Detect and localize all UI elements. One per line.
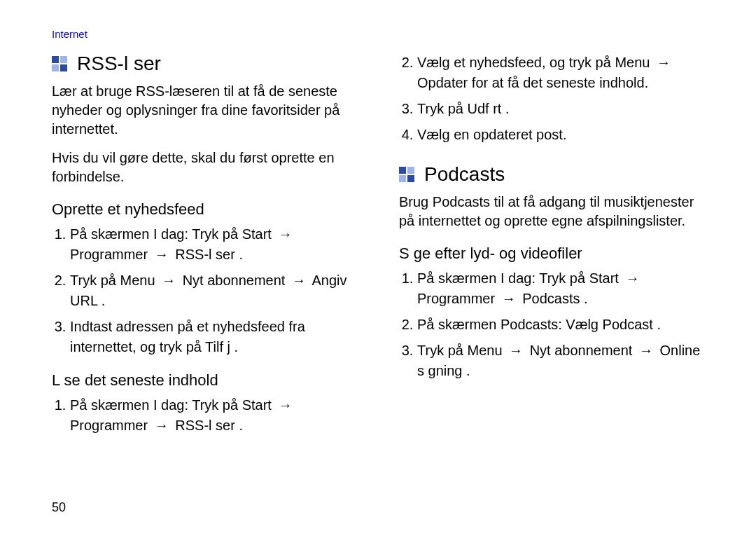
arrow-icon: →: [275, 397, 295, 413]
text: Tryk på: [417, 343, 468, 358]
ui-start: Start: [242, 226, 272, 242]
create-feed-step-3: Indtast adressen på et nyhedsfeed fra in…: [70, 317, 357, 357]
ui-podcasts: Podcasts: [522, 291, 580, 306]
create-feed-step-2: Tryk på Menu → Nyt abonnement → Angiv UR…: [70, 270, 357, 311]
read-latest-step-1: På skærmen I dag: Tryk på Start → Progra…: [70, 395, 357, 436]
ui-start: Start: [589, 270, 619, 286]
ui-opdater: Opdater: [417, 75, 468, 90]
ui-podcast: Podcast: [603, 317, 653, 332]
podcasts-intro: Brug Podcasts til at få adgang til musik…: [399, 193, 704, 231]
right-column: Vælg et nyhedsfeed, og tryk på Menu → Op…: [399, 53, 704, 444]
read-latest-step-2: Vælg et nyhedsfeed, og tryk på Menu → Op…: [417, 53, 704, 93]
text: På skærmen I dag: Tryk på: [70, 226, 242, 242]
rss-heading: RSS-l ser: [52, 53, 357, 75]
search-files-subhead: S ge efter lyd- og videofiler: [399, 245, 704, 263]
rss-intro-1: Lær at bruge RSS-læseren til at få de se…: [52, 82, 357, 139]
rss-intro-2: Hvis du vil gøre dette, skal du først op…: [52, 149, 357, 186]
arrow-icon: →: [499, 291, 519, 306]
create-feed-step-1: På skærmen I dag: Tryk på Start → Progra…: [70, 224, 357, 265]
search-files-step-1: På skærmen I dag: Tryk på Start → Progra…: [417, 268, 704, 309]
two-column-layout: RSS-l ser Lær at bruge RSS-læseren til a…: [52, 53, 704, 444]
page: Internet RSS-l ser Lær at bruge RSS-læse…: [0, 0, 756, 536]
arrow-icon: →: [289, 273, 309, 288]
ui-menu: Menu: [468, 343, 503, 358]
text: Vælg et nyhedsfeed, og tryk på: [417, 55, 615, 70]
category-label: Internet: [52, 28, 704, 40]
read-latest-steps-cont: Vælg et nyhedsfeed, og tryk på Menu → Op…: [399, 53, 704, 145]
read-latest-step-3: Tryk på Udf rt .: [417, 99, 704, 119]
arrow-icon: →: [654, 55, 673, 70]
ui-programmer: Programmer: [70, 247, 148, 262]
arrow-icon: →: [152, 247, 172, 262]
ui-programmer: Programmer: [417, 291, 495, 306]
ui-menu: Menu: [615, 55, 650, 70]
text: Tryk på: [417, 101, 468, 116]
read-latest-step-4: Vælg en opdateret post.: [417, 125, 704, 145]
ui-nyt-abonnement: Nyt abonnement: [183, 273, 286, 288]
search-files-step-2: På skærmen Podcasts: Vælg Podcast .: [417, 315, 704, 335]
create-feed-steps: På skærmen I dag: Tryk på Start → Progra…: [52, 224, 357, 357]
arrow-icon: →: [152, 418, 172, 433]
ui-udfrt: Udf rt: [468, 101, 502, 116]
left-column: RSS-l ser Lær at bruge RSS-læseren til a…: [52, 53, 357, 444]
squares-icon: [399, 167, 414, 182]
read-latest-steps: På skærmen I dag: Tryk på Start → Progra…: [52, 395, 357, 436]
arrow-icon: →: [159, 273, 178, 288]
podcasts-heading: Podcasts: [399, 163, 704, 186]
arrow-icon: →: [506, 343, 526, 358]
text: Vælg en opdateret post.: [417, 127, 566, 142]
text: Indtast adressen på et nyhedsfeed fra in…: [70, 319, 305, 355]
arrow-icon: →: [622, 270, 642, 286]
podcasts-heading-text: Podcasts: [424, 163, 505, 186]
ui-tilfj: Tilf j: [205, 339, 230, 355]
text: Tryk på: [70, 273, 120, 288]
search-files-steps: På skærmen I dag: Tryk på Start → Progra…: [399, 268, 704, 381]
ui-menu: Menu: [120, 273, 155, 288]
page-number: 50: [52, 500, 66, 515]
ui-nyt-abonnement: Nyt abonnement: [530, 343, 633, 358]
rss-heading-text: RSS-l ser: [77, 53, 161, 75]
text: for at få det seneste indhold.: [472, 75, 648, 90]
ui-rsslser: RSS-l ser: [175, 247, 235, 262]
text: På skærmen I dag: Tryk på: [70, 397, 242, 413]
ui-rsslser: RSS-l ser: [175, 418, 235, 433]
ui-programmer: Programmer: [70, 418, 148, 433]
arrow-icon: →: [636, 343, 656, 358]
arrow-icon: →: [275, 226, 295, 242]
search-files-step-3: Tryk på Menu → Nyt abonnement → Online s…: [417, 341, 704, 381]
squares-icon: [52, 56, 67, 71]
create-feed-subhead: Oprette et nyhedsfeed: [52, 200, 357, 219]
read-latest-subhead: L se det seneste indhold: [52, 371, 357, 390]
ui-start: Start: [242, 397, 272, 413]
text: På skærmen I dag: Tryk på: [417, 270, 589, 286]
text: På skærmen Podcasts: Vælg: [417, 317, 603, 332]
